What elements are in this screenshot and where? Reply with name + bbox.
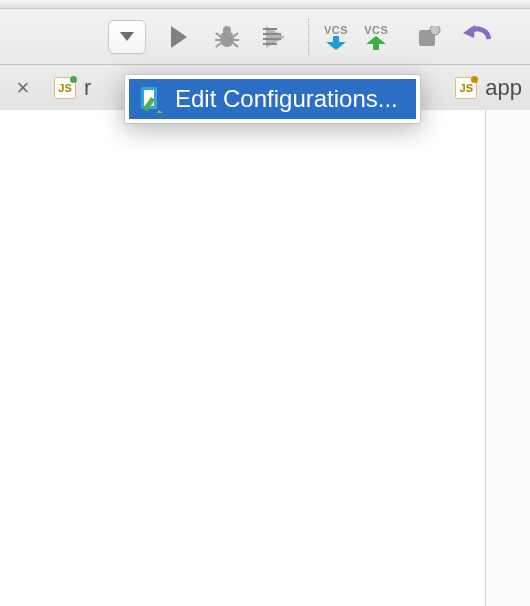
svg-line-8	[216, 43, 221, 47]
svg-marker-0	[120, 32, 134, 41]
vcs-group: VCS VCS	[324, 24, 404, 50]
vcs-update-label: VCS	[324, 24, 348, 36]
editor-area[interactable]	[0, 110, 530, 606]
close-tab-button[interactable]: ×	[0, 75, 46, 101]
svg-line-9	[233, 43, 238, 47]
edit-config-icon	[139, 85, 163, 113]
vcs-update-button[interactable]: VCS	[324, 24, 348, 50]
arrow-up-icon	[366, 36, 386, 50]
run-config-popup: Edit Configurations...	[124, 74, 421, 124]
svg-marker-1	[171, 26, 187, 48]
edit-configurations-label: Edit Configurations...	[175, 85, 398, 113]
undo-icon	[463, 25, 491, 49]
run-button[interactable]	[164, 26, 194, 48]
svg-marker-19	[463, 25, 475, 38]
svg-point-3	[223, 26, 231, 34]
run-config-dropdown-button[interactable]	[108, 20, 146, 54]
undo-button[interactable]	[462, 25, 492, 49]
svg-line-4	[216, 33, 221, 37]
stop-button[interactable]	[414, 26, 444, 48]
main-toolbar: VCS VCS	[0, 9, 530, 65]
js-file-icon: JS	[455, 77, 477, 99]
arrow-down-icon	[326, 36, 346, 50]
bug-icon	[215, 26, 239, 48]
editor-tab-left[interactable]: JS r	[46, 65, 99, 111]
debug-button[interactable]	[212, 26, 242, 48]
coverage-button[interactable]	[260, 26, 290, 48]
editor-gutter	[485, 110, 530, 606]
stop-icon	[417, 26, 441, 48]
play-icon	[169, 26, 189, 48]
chevron-down-icon	[120, 32, 134, 42]
toolbar-separator	[308, 19, 310, 55]
coverage-icon	[263, 26, 287, 48]
svg-marker-16	[366, 36, 386, 50]
tab-label-left: r	[84, 75, 91, 101]
js-file-icon: JS	[54, 77, 76, 99]
window-chrome	[0, 0, 530, 9]
svg-marker-15	[326, 36, 346, 50]
vcs-commit-button[interactable]: VCS	[364, 24, 388, 50]
tab-label-right: app	[485, 75, 522, 101]
svg-marker-23	[157, 110, 163, 113]
svg-point-18	[430, 26, 440, 35]
svg-line-5	[233, 33, 238, 37]
edit-configurations-item[interactable]: Edit Configurations...	[129, 79, 416, 119]
editor-tab-right[interactable]: JS app	[447, 65, 530, 111]
vcs-commit-label: VCS	[364, 24, 388, 36]
